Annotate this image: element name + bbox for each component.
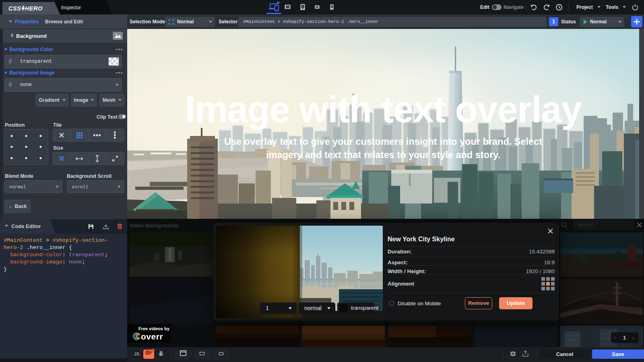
svg-text:overr: overr [141,332,163,341]
